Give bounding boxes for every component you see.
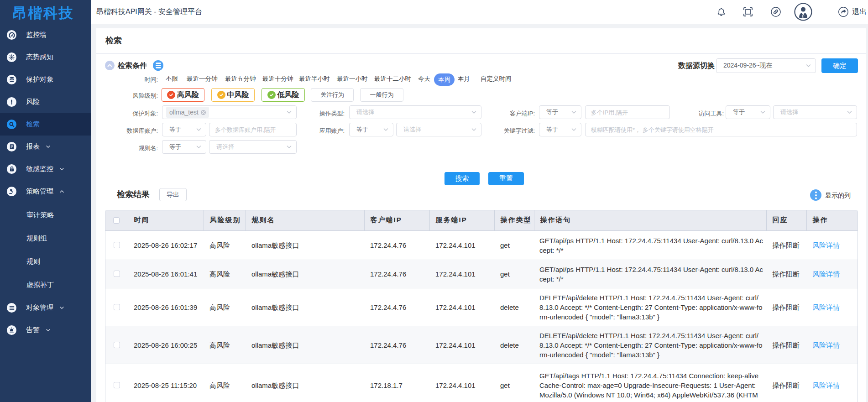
col-header-rule[interactable]: 规则名: [246, 210, 364, 230]
cell-time: 2025-08-26 16:01:41: [128, 260, 204, 288]
keyword-op-select[interactable]: 等于: [539, 123, 581, 136]
row-checkbox[interactable]: [114, 304, 120, 310]
sidebar-item-5[interactable]: 报表: [0, 136, 91, 158]
time-option-3[interactable]: 最近十分钟: [262, 73, 293, 85]
risk-option-1[interactable]: 中风险: [211, 88, 255, 102]
rule-name-select[interactable]: 请选择: [209, 140, 297, 154]
risk-option-3[interactable]: 关注行为: [311, 88, 354, 102]
sidebar-item-2[interactable]: 保护对象: [0, 68, 91, 91]
time-option-9[interactable]: 本月: [458, 73, 470, 85]
cell-statement: DELETE/api/delete HTTP/1.1 Host: 172.24.…: [534, 326, 766, 364]
cell-client-ip: 172.18.1.7: [364, 364, 429, 402]
row-checkbox[interactable]: [114, 271, 120, 277]
protect-object-select[interactable]: ollma_test: [162, 105, 297, 119]
sidebar-item-8[interactable]: 对象管理: [0, 297, 91, 319]
sidebar-subitem-规则组[interactable]: 规则组: [0, 227, 91, 250]
db-account-op-select[interactable]: 等于: [162, 123, 206, 136]
col-header-time[interactable]: 时间: [128, 210, 204, 230]
table-row-1: 2025-08-26 16:01:41高风险ollama敏感接口172.24.4…: [105, 260, 858, 288]
sidebar-item-label: 态势感知: [26, 53, 53, 62]
risk-detail-link[interactable]: 风险详情: [812, 303, 840, 311]
gavel-icon: [7, 187, 16, 196]
sidebar-subitem-虚拟补丁[interactable]: 虚拟补丁: [0, 273, 91, 297]
cell-op-type: delete: [494, 326, 534, 364]
cell-time: 2025-08-26 16:01:39: [128, 288, 204, 326]
risk-detail-link[interactable]: 风险详情: [812, 381, 840, 389]
row-checkbox[interactable]: [114, 242, 120, 248]
chevron-down-icon: [471, 127, 477, 133]
cell-action: 风险详情: [806, 364, 858, 402]
risk-option-0[interactable]: 高风险: [162, 88, 204, 102]
operation-type-select[interactable]: 请选择: [349, 105, 481, 119]
risk-option-4[interactable]: 一般行为: [360, 88, 403, 102]
app-account-select[interactable]: 请选择: [396, 123, 481, 136]
link-icon[interactable]: [771, 0, 781, 24]
time-option-2[interactable]: 最近五分钟: [225, 73, 256, 85]
select-all-checkbox[interactable]: [113, 217, 120, 224]
columns-settings-icon[interactable]: [810, 189, 821, 201]
time-option-5[interactable]: 最近一小时: [337, 73, 368, 85]
reset-button[interactable]: 重置: [488, 172, 524, 185]
client-ip-input[interactable]: [585, 105, 670, 119]
tag-remove-icon[interactable]: [201, 110, 206, 115]
row-checkbox[interactable]: [114, 342, 120, 348]
notification-bell-icon[interactable]: [716, 0, 727, 24]
sidebar-item-label: 保护对象: [26, 75, 53, 84]
lock-icon: [7, 164, 16, 174]
datasource-select[interactable]: 2024-09-26~现在: [716, 58, 816, 73]
time-option-4[interactable]: 最近半小时: [299, 73, 330, 85]
access-tool-select[interactable]: 请选择: [773, 105, 857, 119]
sidebar-item-6[interactable]: 敏感监控: [0, 158, 91, 180]
conditions-menu-icon[interactable]: [153, 60, 163, 71]
access-tool-op-select[interactable]: 等于: [726, 105, 770, 119]
sidebar-item-3[interactable]: 风险: [0, 91, 91, 113]
col-header-server-ip[interactable]: 服务端IP: [429, 210, 494, 230]
time-option-0[interactable]: 不限: [166, 73, 178, 85]
risk-option-2[interactable]: 低风险: [261, 88, 305, 102]
keyword-input[interactable]: [585, 123, 857, 136]
row-checkbox[interactable]: [114, 382, 120, 388]
placeholder: 请选择: [774, 108, 798, 116]
sidebar-item-4[interactable]: 检索: [0, 113, 91, 136]
db-account-input[interactable]: [209, 123, 297, 136]
risk-option-label: 低风险: [277, 90, 299, 100]
op-value: 等于: [350, 125, 368, 134]
col-header-statement[interactable]: 操作语句: [534, 210, 766, 230]
table-row-3: 2025-08-26 16:00:25高风险ollama敏感接口172.24.4…: [105, 326, 858, 364]
fullscreen-icon[interactable]: [743, 0, 753, 24]
client-ip-op-select[interactable]: 等于: [539, 105, 581, 119]
collapse-conditions-icon[interactable]: [105, 61, 115, 70]
risk-detail-link[interactable]: 风险详情: [812, 270, 840, 278]
logout-icon[interactable]: [838, 0, 848, 24]
sidebar-subitem-规则[interactable]: 规则: [0, 250, 91, 273]
app-account-op-select[interactable]: 等于: [349, 123, 393, 136]
time-option-8[interactable]: 本周: [434, 73, 455, 86]
user-avatar[interactable]: [794, 0, 812, 24]
sidebar-item-0[interactable]: 监控墙: [0, 24, 91, 46]
col-header-client-ip[interactable]: 客户端IP: [364, 210, 429, 230]
cell-rule: ollama敏感接口: [246, 230, 364, 260]
export-button[interactable]: 导出: [159, 188, 187, 201]
sidebar-item-7[interactable]: 策略管理: [0, 180, 91, 203]
rule-name-op-select[interactable]: 等于: [162, 140, 206, 154]
sidebar-item-9[interactable]: 告警: [0, 319, 91, 341]
time-option-10[interactable]: 自定义时间: [481, 73, 512, 85]
time-option-1[interactable]: 最近一分钟: [187, 73, 218, 85]
dashboard-icon: [7, 30, 16, 40]
sidebar-subitem-审计策略[interactable]: 审计策略: [0, 204, 91, 227]
col-header-risk[interactable]: 风险级别: [204, 210, 246, 230]
risk-detail-link[interactable]: 风险详情: [812, 341, 840, 349]
logout-button[interactable]: 退出: [852, 0, 867, 24]
risk-detail-link[interactable]: 风险详情: [812, 241, 840, 249]
list-icon: [7, 303, 16, 313]
time-option-7[interactable]: 今天: [418, 73, 430, 85]
col-header-response[interactable]: 回应: [766, 210, 806, 230]
col-header-op-type[interactable]: 操作类型: [494, 210, 534, 230]
chevron-down-icon: [847, 110, 852, 115]
time-option-6[interactable]: 最近十二小时: [374, 73, 411, 85]
sidebar-item-1[interactable]: 态势感知: [0, 46, 91, 68]
confirm-button[interactable]: 确定: [821, 58, 858, 73]
table-header-row: 时间 风险级别 规则名 客户端IP 服务端IP 操作类型 操作语句 回应 操作: [105, 210, 858, 230]
search-button[interactable]: 搜索: [444, 172, 480, 185]
col-header-action[interactable]: 操作: [806, 210, 858, 230]
